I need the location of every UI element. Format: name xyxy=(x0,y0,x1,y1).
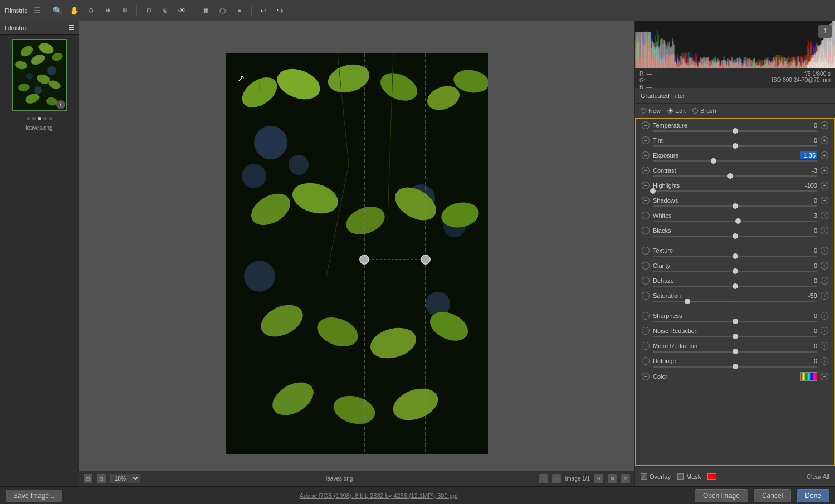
adj-minus-sharpness[interactable]: − xyxy=(642,312,650,320)
spot-removal-tool[interactable]: ◎ xyxy=(159,4,172,17)
adj-slider-track-contrast[interactable] xyxy=(653,175,817,177)
adj-minus-noise-reduction[interactable]: − xyxy=(642,327,650,335)
adj-slider-track-exposure[interactable] xyxy=(653,160,817,162)
radial-filter-tool[interactable]: ◯ xyxy=(216,4,229,17)
adj-slider-track-whites[interactable] xyxy=(653,221,817,222)
adj-minus-color[interactable]: − xyxy=(642,373,650,380)
adj-value-exposure[interactable]: -1.35 xyxy=(800,151,817,159)
adj-slider-thumb-defringe[interactable] xyxy=(733,364,738,369)
adj-value-contrast[interactable]: -3 xyxy=(800,167,817,174)
adj-slider-thumb-exposure[interactable] xyxy=(711,158,716,164)
zoom-to-fit-btn[interactable]: ⊟ xyxy=(608,474,617,483)
adj-slider-thumb-dehaze[interactable] xyxy=(733,283,738,289)
adj-plus-defringe[interactable]: + xyxy=(821,357,828,365)
save-image-button[interactable]: Save Image... xyxy=(6,490,62,502)
adj-slider-track-texture[interactable] xyxy=(653,256,817,257)
mode-new[interactable]: New xyxy=(641,107,661,114)
crop-tool[interactable]: ⊡ xyxy=(142,4,155,17)
adj-slider-track-temperature[interactable] xyxy=(653,130,817,132)
adj-slider-thumb-blacks[interactable] xyxy=(733,233,738,239)
adj-slider-track-dehaze[interactable] xyxy=(653,286,817,287)
mode-brush[interactable]: Brush xyxy=(692,107,716,114)
adj-slider-thumb-texture[interactable] xyxy=(733,253,738,259)
adjustment-brush-tool[interactable]: ≡ xyxy=(233,4,246,17)
adj-slider-track-noise-reduction[interactable] xyxy=(653,336,817,337)
adj-minus-tint[interactable]: − xyxy=(642,136,650,144)
redo-btn[interactable]: ↪ xyxy=(274,4,287,17)
adj-plus-clarity[interactable]: + xyxy=(821,262,828,270)
adj-value-saturation[interactable]: -59 xyxy=(800,292,817,299)
prev-image-btn[interactable]: ‹ xyxy=(539,474,548,483)
adj-slider-track-saturation[interactable] xyxy=(653,301,817,302)
adj-slider-track-tint[interactable] xyxy=(653,145,817,147)
adj-minus-moire-reduction[interactable]: − xyxy=(642,342,650,350)
undo-btn[interactable]: ↩ xyxy=(257,4,270,17)
zoom-select[interactable]: 18% 25% 50% 100% xyxy=(110,474,140,483)
adj-slider-track-shadows[interactable] xyxy=(653,205,817,207)
adj-minus-exposure[interactable]: − xyxy=(642,151,650,159)
adj-slider-thumb-moire-reduction[interactable] xyxy=(733,349,738,354)
overlay-checkbox[interactable] xyxy=(641,473,647,480)
open-image-button[interactable]: Open Image xyxy=(695,489,748,502)
adj-minus-temperature[interactable]: − xyxy=(642,121,650,129)
adj-slider-thumb-clarity[interactable] xyxy=(733,268,738,274)
color-sampler-tool[interactable]: ⊕ xyxy=(101,4,115,17)
done-button[interactable]: Done xyxy=(797,489,829,502)
adj-plus-contrast[interactable]: + xyxy=(821,167,828,174)
mask-checkbox[interactable] xyxy=(677,473,684,480)
adj-minus-clarity[interactable]: − xyxy=(642,262,650,270)
export-btn[interactable]: ⤴ xyxy=(818,25,832,38)
adj-slider-track-moire-reduction[interactable] xyxy=(653,351,817,353)
white-balance-tool[interactable]: ⬡ xyxy=(85,4,98,17)
adj-slider-thumb-shadows[interactable] xyxy=(733,203,738,209)
red-eye-tool[interactable]: 👁 xyxy=(175,4,189,17)
mask-checkbox-label[interactable]: Mask xyxy=(677,473,701,480)
adj-plus-sharpness[interactable]: + xyxy=(821,312,828,320)
adj-minus-saturation[interactable]: − xyxy=(642,292,650,300)
adj-slider-thumb-highlights[interactable] xyxy=(650,188,656,194)
adj-slider-thumb-whites[interactable] xyxy=(735,218,741,224)
adj-value-noise-reduction[interactable]: 0 xyxy=(800,327,817,334)
adj-slider-thumb-tint[interactable] xyxy=(733,143,738,149)
adj-minus-contrast[interactable]: − xyxy=(642,167,650,174)
adj-value-moire-reduction[interactable]: 0 xyxy=(800,342,817,349)
adj-value-highlights[interactable]: -100 xyxy=(800,182,817,189)
adj-slider-track-defringe[interactable] xyxy=(653,366,817,368)
adj-plus-temperature[interactable]: + xyxy=(821,121,828,129)
settings-btn[interactable]: ⚙ xyxy=(621,474,630,483)
adj-minus-defringe[interactable]: − xyxy=(642,357,650,365)
overlay-checkbox-label[interactable]: Overlay xyxy=(641,473,671,480)
hand-tool[interactable]: ✋ xyxy=(68,4,81,17)
zoom-tool[interactable]: 🔍 xyxy=(51,4,65,17)
cancel-button[interactable]: Cancel xyxy=(754,489,791,502)
adj-value-clarity[interactable]: 0 xyxy=(800,262,817,269)
filmstrip-menu-icon[interactable]: ☰ xyxy=(69,24,74,31)
adj-plus-whites[interactable]: + xyxy=(821,212,828,219)
adj-plus-texture[interactable]: + xyxy=(821,247,828,255)
targeted-adjust-tool[interactable]: ⊞ xyxy=(118,4,131,17)
adj-slider-track-highlights[interactable] xyxy=(653,190,817,192)
status-info-link[interactable]: Adobe RGB (1998): 8 bit; 2832 by 4256 (1… xyxy=(300,492,458,499)
adj-minus-highlights[interactable]: − xyxy=(642,182,650,189)
adj-plus-color[interactable]: + xyxy=(821,373,828,380)
adj-value-whites[interactable]: +3 xyxy=(800,212,817,219)
adj-value-temperature[interactable]: 0 xyxy=(800,122,817,129)
adj-value-texture[interactable]: 0 xyxy=(800,247,817,254)
mode-edit[interactable]: Edit xyxy=(667,107,686,114)
adj-plus-shadows[interactable]: + xyxy=(821,197,828,204)
menu-icon[interactable]: ☰ xyxy=(33,6,41,15)
adj-plus-dehaze[interactable]: + xyxy=(821,277,828,285)
adj-value-defringe[interactable]: 0 xyxy=(800,358,817,364)
adj-plus-highlights[interactable]: + xyxy=(821,182,828,189)
adj-slider-track-sharpness[interactable] xyxy=(653,321,817,322)
adj-plus-blacks[interactable]: + xyxy=(821,227,828,234)
fit-view-btn[interactable]: ⊡ xyxy=(84,474,92,483)
color-swatch-rainbow[interactable] xyxy=(800,372,817,381)
adj-slider-track-blacks[interactable] xyxy=(653,236,817,237)
adj-minus-dehaze[interactable]: − xyxy=(642,277,650,285)
adj-slider-thumb-saturation[interactable] xyxy=(685,299,690,304)
adj-minus-blacks[interactable]: − xyxy=(642,227,650,234)
adj-value-shadows[interactable]: 0 xyxy=(800,197,817,204)
canvas-area[interactable]: ↗ ⊡ ⊞ 18% 25% 50% 100% xyxy=(79,21,634,486)
mask-color-swatch[interactable] xyxy=(707,473,716,480)
